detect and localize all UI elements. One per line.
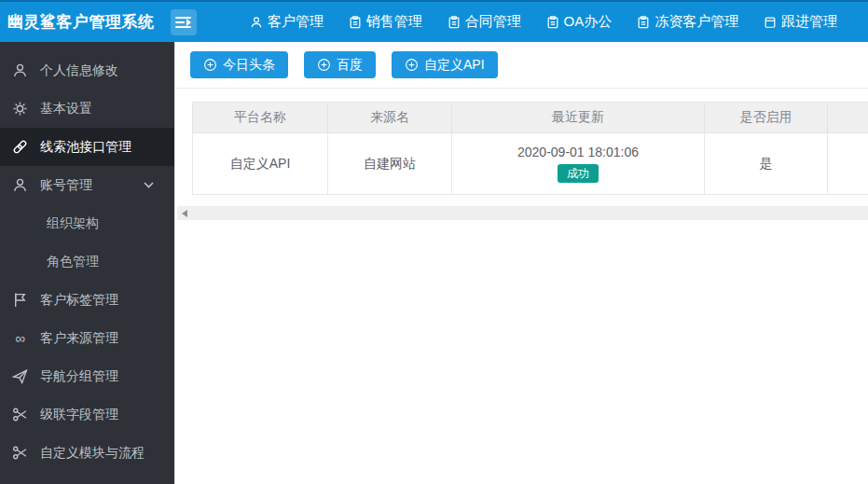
document-icon xyxy=(764,16,777,29)
button-label: 百度 xyxy=(337,57,363,74)
clipboard-icon xyxy=(448,16,461,29)
user-icon xyxy=(12,62,28,78)
nav-sales-management[interactable]: 销售管理 xyxy=(349,13,422,31)
main-content: 今日头条 百度 自定义API 平台名称 来源名 最近更新 是否启用 xyxy=(174,42,868,484)
sidebar-item-customer-sources[interactable]: ∞ 客户来源管理 xyxy=(0,319,174,357)
sidebar-item-label: 客户标签管理 xyxy=(40,292,118,309)
sidebar-item-label: 级联字段管理 xyxy=(40,407,118,423)
column-header-platform: 平台名称 xyxy=(193,103,328,133)
sidebar-item-label: 基本设置 xyxy=(40,101,92,118)
sidebar-item-label: 线索池接口管理 xyxy=(40,139,131,156)
nav-oa-office[interactable]: OA办公 xyxy=(546,13,613,31)
nav-contract-management[interactable]: 合同管理 xyxy=(448,13,521,31)
column-header-enabled: 是否启用 xyxy=(705,103,828,133)
app-title: 幽灵鲨客户管理系统 xyxy=(0,11,163,33)
cell-source: 自建网站 xyxy=(328,133,452,195)
top-navigation: 客户管理 销售管理 合同管理 OA办公 冻资客户管理 xyxy=(197,13,868,31)
horizontal-scrollbar[interactable] xyxy=(177,206,868,220)
column-header-source: 来源名 xyxy=(328,103,452,133)
sidebar-item-basic-settings[interactable]: 基本设置 xyxy=(0,90,174,128)
scissors-icon xyxy=(12,407,28,422)
menu-collapse-button[interactable] xyxy=(171,9,197,35)
add-toutiao-button[interactable]: 今日头条 xyxy=(190,51,288,78)
nav-label: 合同管理 xyxy=(465,13,521,31)
link-icon xyxy=(12,139,28,155)
plus-circle-icon xyxy=(203,58,217,72)
sidebar-item-customer-tags[interactable]: 客户标签管理 xyxy=(0,281,174,319)
nav-label: 冻资客户管理 xyxy=(654,13,738,31)
sidebar-item-lead-pool-api[interactable]: 线索池接口管理 xyxy=(0,128,174,166)
column-header-last-update: 最近更新 xyxy=(452,103,705,133)
topbar: 幽灵鲨客户管理系统 客户管理 销售管理 合同管理 xyxy=(0,0,868,42)
scroll-left-arrow-icon[interactable] xyxy=(182,210,187,217)
sidebar-item-label: 导航分组管理 xyxy=(40,368,118,385)
nav-label: 跟进管理 xyxy=(781,13,837,31)
nav-frozen-customer-management[interactable]: 冻资客户管理 xyxy=(637,13,738,31)
nav-label: 客户管理 xyxy=(268,13,324,31)
column-header-actions xyxy=(828,103,868,133)
clipboard-icon xyxy=(349,16,362,29)
plus-circle-icon xyxy=(405,58,419,72)
sidebar-item-label: 账号管理 xyxy=(40,177,92,194)
sidebar: 个人信息修改 基本设置 线索池接口管理 账号管理 组织架构 角色管理 客户标签管… xyxy=(0,42,174,484)
sidebar-item-custom-modules[interactable]: 自定义模块与流程 xyxy=(0,434,174,472)
api-sources-table: 平台名称 来源名 最近更新 是否启用 自定义API 自建网站 2020-09-0… xyxy=(192,102,868,195)
add-custom-api-button[interactable]: 自定义API xyxy=(392,51,498,78)
sidebar-item-cascade-fields[interactable]: 级联字段管理 xyxy=(0,395,174,434)
plus-circle-icon xyxy=(317,58,331,72)
clipboard-icon xyxy=(546,16,559,29)
sidebar-item-role-management[interactable]: 角色管理 xyxy=(0,242,174,281)
nav-followup-management[interactable]: 跟进管理 xyxy=(764,13,837,31)
sidebar-item-label: 角色管理 xyxy=(47,254,99,270)
sidebar-item-nav-groups[interactable]: 导航分组管理 xyxy=(0,357,174,395)
user-icon xyxy=(250,16,263,29)
clipboard-icon xyxy=(637,16,650,29)
nav-label: OA办公 xyxy=(564,13,613,31)
sidebar-item-personal-info[interactable]: 个人信息修改 xyxy=(0,51,174,90)
infinity-icon: ∞ xyxy=(12,330,28,346)
nav-label: 销售管理 xyxy=(366,13,422,31)
cell-actions xyxy=(828,133,868,195)
cell-last-update: 2020-09-01 18:01:06 成功 xyxy=(452,133,705,195)
table-row: 自定义API 自建网站 2020-09-01 18:01:06 成功 是 xyxy=(193,133,868,195)
sidebar-item-label: 个人信息修改 xyxy=(40,62,118,79)
chevron-down-icon xyxy=(144,182,154,188)
button-label: 今日头条 xyxy=(223,57,275,74)
user-icon xyxy=(12,177,28,193)
sidebar-item-account-management[interactable]: 账号管理 xyxy=(0,166,174,204)
sidebar-item-label: 自定义模块与流程 xyxy=(40,445,145,462)
cell-enabled: 是 xyxy=(705,133,828,195)
flag-icon xyxy=(12,292,28,308)
scissors-icon xyxy=(12,445,28,461)
status-badge: 成功 xyxy=(558,164,599,183)
button-label: 自定义API xyxy=(424,57,485,74)
gear-icon xyxy=(12,101,28,117)
table-header-row: 平台名称 来源名 最近更新 是否启用 xyxy=(193,103,868,133)
sidebar-item-label: 客户来源管理 xyxy=(40,330,118,347)
cell-platform: 自定义API xyxy=(193,133,328,195)
sidebar-item-org-structure[interactable]: 组织架构 xyxy=(0,204,174,242)
sidebar-item-label: 组织架构 xyxy=(47,215,99,232)
last-update-time: 2020-09-01 18:01:06 xyxy=(452,145,704,159)
nav-customer-management[interactable]: 客户管理 xyxy=(250,13,324,31)
add-baidu-button[interactable]: 百度 xyxy=(304,51,376,78)
toolbar: 今日头条 百度 自定义API xyxy=(175,42,868,89)
paper-plane-icon xyxy=(12,368,28,384)
